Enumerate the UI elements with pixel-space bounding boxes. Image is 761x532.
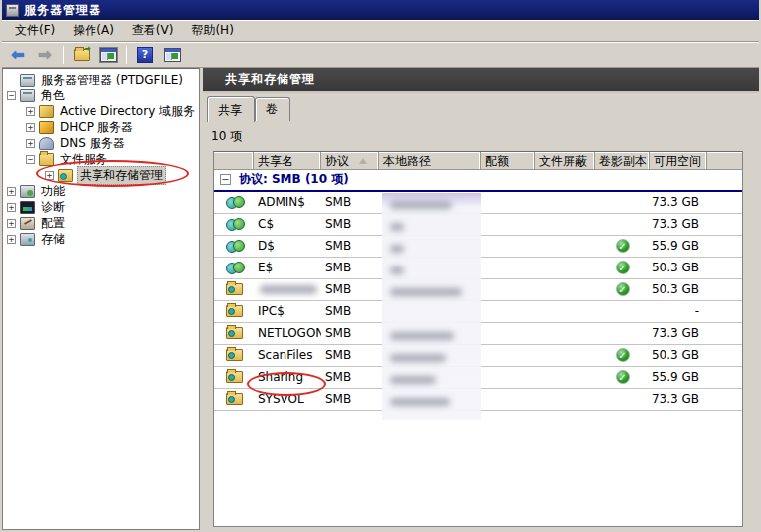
column-header-可用空间[interactable]: 可用空间	[650, 152, 707, 170]
share-name: E$	[258, 261, 273, 274]
collapse-icon[interactable]: −	[7, 91, 16, 100]
tree-item-storage[interactable]: +存储	[3, 231, 199, 247]
toolbar: ⬅ ➡ ?	[2, 42, 759, 68]
expand-icon[interactable]: +	[7, 187, 16, 196]
share-row-D$[interactable]: D$SMB✓55.9 GB	[214, 236, 742, 258]
expand-icon[interactable]: +	[7, 203, 16, 212]
tree-item-config[interactable]: +配置	[3, 215, 199, 231]
share-name: NETLOGON	[258, 326, 321, 340]
column-header-卷影副本[interactable]: 卷影副本	[595, 152, 650, 170]
share-name: IPC$	[258, 304, 285, 318]
share-row-E$[interactable]: E$SMB✓50.3 GB	[214, 258, 742, 279]
back-button[interactable]: ⬅	[6, 44, 30, 66]
tree-item-dhcp[interactable]: +DHCP 服务器	[3, 119, 199, 135]
local-path-cell	[379, 279, 481, 300]
tree-item-label: 配置	[39, 215, 67, 232]
toolbar-separator	[126, 46, 127, 64]
forward-button[interactable]: ➡	[33, 44, 57, 66]
pane-title: 共享和存储管理	[203, 68, 759, 93]
forward-icon: ➡	[38, 47, 51, 63]
expand-icon[interactable]: +	[26, 123, 35, 132]
column-header-blank[interactable]	[707, 152, 743, 170]
tab-volumes[interactable]: 卷	[255, 97, 290, 121]
protocol-cell: SMB	[321, 192, 379, 213]
file-screen-cell	[535, 279, 595, 300]
expand-icon[interactable]: +	[7, 235, 16, 244]
protocol-cell: SMB	[321, 345, 379, 366]
share-name-cell: IPC$	[254, 301, 321, 322]
tree-item-roles[interactable]: −角色	[3, 88, 199, 103]
local-path-cell	[379, 236, 481, 257]
shadow-copy-cell: ✓	[595, 258, 650, 278]
column-header-协议[interactable]: 协议	[321, 152, 379, 170]
column-header-blank[interactable]	[214, 152, 254, 170]
group-label: 协议: SMB (10 项)	[239, 171, 349, 188]
shadow-copy-cell: ✓	[595, 236, 650, 257]
dns-icon	[39, 137, 54, 150]
export-list-button[interactable]	[70, 44, 94, 66]
menu-help[interactable]: 帮助(H)	[182, 19, 242, 42]
tree-item-server[interactable]: 服务器管理器 (PTDGFILE)	[3, 72, 199, 88]
expand-icon[interactable]: +	[26, 139, 35, 148]
filler-cell	[707, 236, 743, 257]
column-header-配额[interactable]: 配额	[481, 152, 535, 170]
share-row-SYSVOL[interactable]: SYSVOLSMB73.3 GB	[214, 389, 742, 411]
server-icon	[20, 74, 35, 87]
column-header-label: 协议	[325, 153, 349, 170]
share-row-NETLOGON[interactable]: NETLOGONSMB73.3 GB	[214, 323, 742, 345]
title-bar[interactable]: 服务器管理器	[2, 0, 759, 20]
filler-cell	[707, 214, 743, 235]
column-header-文件屏蔽[interactable]: 文件屏蔽	[535, 152, 595, 170]
menu-action[interactable]: 操作(A)	[64, 19, 123, 42]
server-manager-window: 服务器管理器 文件(F) 操作(A) 查看(V) 帮助(H) ⬅ ➡ ? 服务器…	[0, 0, 761, 532]
column-header-本地路径[interactable]: 本地路径	[379, 152, 481, 170]
file-screen-cell	[535, 345, 595, 366]
tree-item-label: 共享和存储管理	[77, 166, 166, 185]
help-button[interactable]: ?	[133, 44, 157, 66]
share-row-redacted[interactable]: SMB✓50.3 GB	[214, 279, 742, 301]
tree-item-sharemgmt[interactable]: +共享和存储管理	[3, 167, 199, 183]
share-row-Sharing[interactable]: SharingSMB✓55.9 GB	[214, 367, 742, 389]
free-space-cell: 73.3 GB	[650, 192, 707, 213]
shared-folder-icon	[226, 327, 243, 339]
menu-file[interactable]: 文件(F)	[6, 19, 64, 42]
tree-item-dns[interactable]: +DNS 服务器	[3, 135, 199, 151]
file-screen-cell	[535, 301, 595, 322]
tab-shares[interactable]: 共享	[207, 96, 255, 122]
expand-icon[interactable]: +	[26, 107, 35, 116]
share-name: Sharing	[258, 370, 303, 384]
share-name-cell: SYSVOL	[254, 389, 321, 410]
tree-item-ad[interactable]: +Active Directory 域服务	[3, 103, 199, 119]
protocol-cell: SMB	[321, 236, 379, 257]
share-row-ADMIN$[interactable]: ADMIN$SMB73.3 GB	[214, 192, 742, 214]
share-name-cell: D$	[254, 236, 321, 257]
share-name: ADMIN$	[258, 195, 305, 209]
share-row-IPC$[interactable]: IPC$SMB-	[214, 301, 742, 323]
green-check-icon: ✓	[616, 261, 630, 274]
column-header-共享名[interactable]: 共享名	[254, 152, 321, 170]
green-check-icon: ✓	[616, 282, 630, 296]
expand-icon[interactable]: +	[7, 219, 16, 228]
quota-cell	[481, 367, 535, 388]
collapse-icon[interactable]: −	[26, 155, 35, 164]
share-row-C$[interactable]: C$SMB73.3 GB	[214, 214, 742, 236]
menu-view[interactable]: 查看(V)	[123, 19, 183, 42]
expand-icon[interactable]: +	[45, 171, 54, 180]
share-name: D$	[258, 239, 275, 253]
shadow-copy-cell: ✓	[595, 345, 650, 366]
tree-item-features[interactable]: +功能	[3, 183, 199, 199]
file-screen-cell	[535, 389, 595, 410]
show-action-pane-button[interactable]	[160, 44, 184, 66]
share-row-ScanFiles[interactable]: ScanFilesSMB✓50.3 GB	[214, 345, 742, 367]
file-screen-cell	[535, 258, 595, 278]
dhcp-icon	[39, 121, 54, 134]
share-name-cell: ScanFiles	[254, 345, 321, 366]
tree-item-diagnostics[interactable]: +诊断	[3, 199, 199, 215]
green-check-icon: ✓	[616, 370, 630, 384]
free-space-cell: 50.3 GB	[650, 258, 707, 278]
filler-cell	[707, 323, 743, 344]
protocol-cell: SMB	[321, 258, 379, 278]
collapse-group-icon[interactable]: −	[220, 174, 231, 185]
share-icon-cell	[214, 301, 254, 322]
show-hide-console-tree-button[interactable]	[96, 44, 120, 66]
